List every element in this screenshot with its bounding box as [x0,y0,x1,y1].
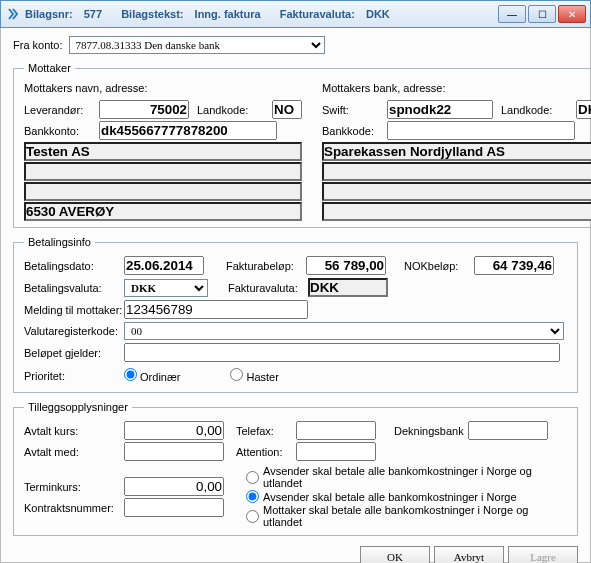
fra-konto-label: Fra konto: [13,39,63,51]
betalingsvaluta-label: Betalingsvaluta: [24,282,124,294]
tillegg-fieldset: Tilleggsopplysninger Avtalt kurs: Telefa… [13,401,578,536]
nokbelop-label: NOKbeløp: [404,260,474,272]
landkode-label-left: Landkode: [197,104,272,116]
avtalt-med-input[interactable] [124,442,224,461]
mottaker-navn-header: Mottakers navn, adresse: [24,82,302,94]
kostnad-radio-1-input[interactable] [246,471,259,484]
close-button[interactable]: ✕ [558,5,586,23]
minimize-button[interactable]: — [498,5,526,23]
lagre-button: Lagre [508,546,578,563]
recipient-name-line1[interactable] [24,142,302,161]
kostnad-radio-2-input[interactable] [246,490,259,503]
kostnad-radio-3-input[interactable] [246,510,259,523]
nokbelop-input[interactable] [474,256,554,275]
fra-konto-select[interactable]: 7877.08.31333 Den danske bank [69,36,325,54]
avtalt-med-label: Avtalt med: [24,446,124,458]
fakturavaluta-label: Fakturavaluta: [228,282,308,294]
mottaker-fieldset: Mottaker Mottakers navn, adresse: Levera… [13,62,591,228]
prioritet-ordinaer-radio[interactable] [124,368,137,381]
bankkode-label: Bankkode: [322,125,387,137]
recipient-name-line4[interactable] [24,202,302,221]
dekningsbank-label: Dekningsbank [394,425,464,437]
recipient-name-line3[interactable] [24,182,302,201]
terminkurs-label: Terminkurs: [24,481,124,493]
attention-label: Attention: [236,446,296,458]
terminkurs-input[interactable] [124,477,224,496]
bank-line4[interactable] [322,202,591,221]
maximize-button[interactable]: ☐ [528,5,556,23]
kostnad-radio-3[interactable]: Mottaker skal betale alle bankomkostning… [246,504,567,528]
bank-line1[interactable] [322,142,591,161]
fakturabelop-input[interactable] [306,256,386,275]
betalingsdato-label: Betalingsdato: [24,260,124,272]
prioritet-haster-radio[interactable] [230,368,243,381]
dekningsbank-input[interactable] [468,421,548,440]
prioritet-haster[interactable]: Haster [230,368,278,383]
fakturabelop-label: Fakturabeløp: [226,260,306,272]
tillegg-legend: Tilleggsopplysninger [24,401,132,413]
swift-input[interactable] [387,100,493,119]
avbryt-button[interactable]: Avbryt [434,546,504,563]
recipient-name-line2[interactable] [24,162,302,181]
avtalt-kurs-label: Avtalt kurs: [24,425,124,437]
leverandor-label: Leverandør: [24,104,99,116]
landkode-input-left[interactable] [272,100,302,119]
ok-button[interactable]: OK [360,546,430,563]
kostnad-radio-2[interactable]: Avsender skal betale alle bankomkostning… [246,490,567,503]
bank-line3[interactable] [322,182,591,201]
melding-input[interactable] [124,300,308,319]
telefax-input[interactable] [296,421,376,440]
belopet-input[interactable] [124,343,560,362]
mottaker-legend: Mottaker [24,62,75,74]
mottaker-bank-header: Mottakers bank, adresse: [322,82,591,94]
leverandor-input[interactable] [99,100,189,119]
landkode-input-right[interactable] [576,100,591,119]
betalingsinfo-fieldset: Betalingsinfo Betalingsdato: Fakturabelø… [13,236,578,393]
valutaregister-label: Valutaregisterkode: [24,325,124,337]
betalingsdato-input[interactable] [124,256,204,275]
fakturavaluta-input [308,278,388,297]
swift-label: Swift: [322,104,387,116]
bankkonto-input[interactable] [99,121,277,140]
app-icon [7,7,21,21]
prioritet-label: Prioritet: [24,370,124,382]
kontrakt-input[interactable] [124,498,224,517]
belopet-label: Beløpet gjelder: [24,347,124,359]
melding-label: Melding til mottaker: [24,304,124,316]
betalingsinfo-legend: Betalingsinfo [24,236,95,248]
betalingsvaluta-select[interactable]: DKK [124,279,208,297]
prioritet-ordinaer[interactable]: Ordinær [124,368,180,383]
kontrakt-label: Kontraktsnummer: [24,502,124,514]
bank-line2[interactable] [322,162,591,181]
titlebar: Bilagsnr: 577 Bilagstekst: Inng. faktura… [0,0,591,28]
window-title: Bilagsnr: 577 Bilagstekst: Inng. faktura… [25,8,406,20]
bankkode-input[interactable] [387,121,575,140]
bankkonto-label: Bankkonto: [24,125,99,137]
attention-input[interactable] [296,442,376,461]
telefax-label: Telefax: [236,425,296,437]
avtalt-kurs-input[interactable] [124,421,224,440]
valutaregister-select[interactable]: 00 [124,322,564,340]
landkode-label-right: Landkode: [501,104,576,116]
kostnad-radio-1[interactable]: Avsender skal betale alle bankomkostning… [246,465,567,489]
